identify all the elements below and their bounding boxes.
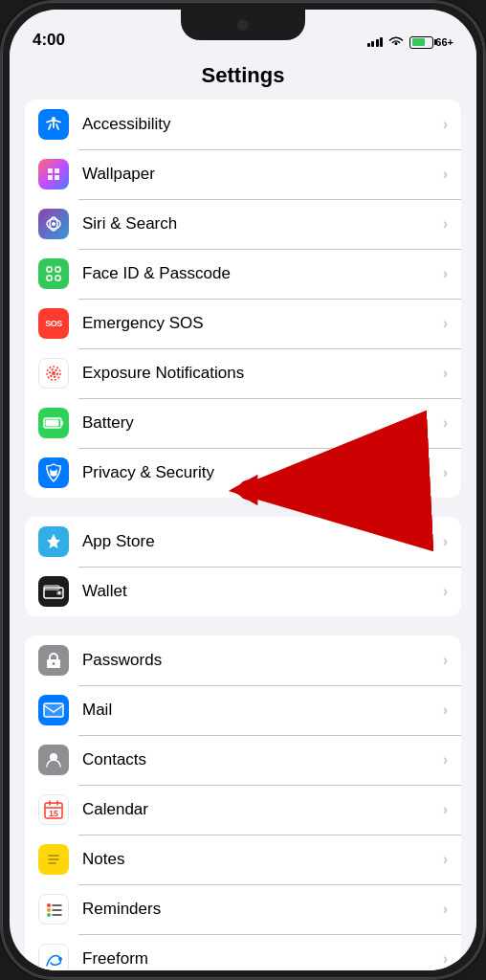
svg-rect-6 [47, 276, 52, 280]
svg-point-10 [52, 371, 55, 375]
row-mail[interactable]: Mail › [25, 685, 461, 735]
status-icons: 66+ [367, 34, 453, 50]
sos-chevron: › [443, 315, 448, 332]
accessibility-label: Accessibility [82, 115, 443, 134]
calendar-label: Calendar [82, 800, 443, 819]
row-freeform[interactable]: Freeform › [25, 934, 461, 970]
accessibility-chevron: › [443, 116, 448, 133]
faceid-icon [38, 258, 69, 289]
svg-rect-19 [44, 703, 63, 717]
signal-bars [367, 37, 384, 47]
svg-point-26 [47, 908, 51, 912]
appstore-label: App Store [82, 532, 443, 551]
svg-rect-13 [61, 421, 63, 425]
siri-label: Siri & Search [82, 214, 443, 234]
svg-point-18 [58, 591, 61, 594]
mail-icon [38, 695, 69, 725]
row-calendar[interactable]: 15 Calendar › [25, 785, 461, 835]
notes-chevron: › [443, 851, 448, 868]
content-area: Settings Accessibility › [10, 56, 476, 970]
wallpaper-icon [38, 159, 69, 189]
svg-text:15: 15 [49, 809, 58, 818]
row-sos[interactable]: SOS Emergency SOS › [25, 299, 461, 348]
battery-chevron: › [443, 414, 448, 432]
row-notes[interactable]: Notes › [25, 835, 461, 884]
wallet-icon [38, 576, 69, 607]
screen: 4:00 [10, 10, 476, 970]
status-time: 4:00 [33, 31, 65, 50]
row-faceid[interactable]: Face ID & Passcode › [25, 249, 461, 299]
sos-label: Emergency SOS [82, 314, 443, 333]
signal-bar-2 [371, 41, 374, 47]
wallet-label: Wallet [82, 582, 443, 601]
row-contacts[interactable]: Contacts › [25, 735, 461, 785]
sos-icon: SOS [38, 308, 69, 339]
wallpaper-label: Wallpaper [82, 165, 443, 184]
battery-label: Battery [82, 413, 443, 433]
calendar-icon: 15 [38, 794, 69, 825]
reminders-chevron: › [443, 901, 448, 918]
contacts-icon [38, 745, 69, 775]
exposure-chevron: › [443, 365, 448, 382]
exposure-icon [38, 358, 69, 389]
mail-chevron: › [443, 702, 448, 719]
wallet-chevron: › [443, 583, 448, 600]
row-passwords[interactable]: Passwords › [25, 635, 461, 685]
settings-group-1: Accessibility › Wallpaper › [25, 100, 461, 498]
svg-rect-4 [47, 267, 52, 272]
page-title: Settings [25, 63, 461, 88]
passwords-chevron: › [443, 652, 448, 669]
svg-rect-5 [55, 267, 60, 272]
calendar-chevron: › [443, 801, 448, 818]
row-exposure[interactable]: Exposure Notifications › [25, 348, 461, 398]
passwords-icon [38, 645, 69, 676]
battery-fill [412, 38, 425, 46]
row-accessibility[interactable]: Accessibility › [25, 100, 461, 149]
row-wallet[interactable]: Wallet › [25, 567, 461, 616]
signal-bar-1 [367, 43, 370, 47]
row-siri[interactable]: Siri & Search › [25, 199, 461, 249]
svg-point-27 [47, 913, 51, 917]
exposure-label: Exposure Notifications [82, 364, 443, 383]
faceid-label: Face ID & Passcode [82, 264, 443, 283]
contacts-label: Contacts [82, 750, 443, 769]
battery-icon [38, 408, 69, 438]
svg-rect-7 [55, 276, 60, 280]
siri-chevron: › [443, 215, 448, 233]
svg-point-25 [47, 903, 51, 907]
notch [181, 10, 305, 40]
appstore-icon [38, 526, 69, 557]
settings-group-3: Passwords › Mail › [25, 635, 461, 970]
siri-icon [38, 209, 69, 239]
contacts-chevron: › [443, 751, 448, 768]
settings-container[interactable]: Settings Accessibility › [10, 56, 476, 970]
battery-shape [409, 36, 433, 49]
signal-bar-3 [376, 39, 379, 47]
passwords-label: Passwords [82, 651, 443, 670]
settings-group-2: App Store › Wallet [25, 517, 461, 616]
freeform-icon [38, 944, 69, 970]
row-wallpaper[interactable]: Wallpaper › [25, 149, 461, 199]
camera-dot [237, 19, 249, 31]
privacy-icon [38, 457, 69, 488]
reminders-label: Reminders [82, 900, 443, 919]
row-reminders[interactable]: Reminders › [25, 884, 461, 934]
reminders-icon [38, 894, 69, 924]
page-header: Settings [25, 56, 461, 100]
row-appstore[interactable]: App Store › [25, 517, 461, 567]
svg-point-3 [52, 222, 55, 226]
wifi-icon [388, 34, 404, 50]
freeform-chevron: › [443, 950, 448, 968]
privacy-chevron: › [443, 464, 448, 481]
accessibility-icon [38, 109, 69, 140]
svg-rect-14 [51, 471, 56, 476]
freeform-label: Freeform [82, 949, 443, 969]
phone-frame: 4:00 [0, 0, 486, 980]
svg-point-31 [58, 957, 62, 961]
appstore-chevron: › [443, 533, 448, 550]
faceid-chevron: › [443, 265, 448, 282]
row-battery[interactable]: Battery › [25, 398, 461, 448]
wallpaper-chevron: › [443, 166, 448, 183]
signal-bar-4 [380, 37, 383, 47]
row-privacy[interactable]: Privacy & Security › [25, 448, 461, 498]
